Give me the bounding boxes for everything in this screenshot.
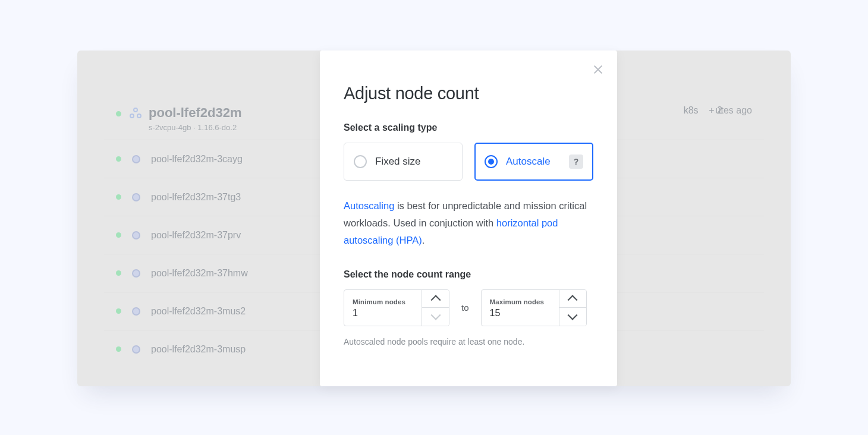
scaling-option-fixed[interactable]: Fixed size (344, 143, 463, 181)
tag-k8s: k8s (684, 105, 699, 115)
status-dot-icon (116, 156, 121, 162)
status-dot-icon (116, 308, 121, 314)
autoscale-description: Autoscaling is best for unpredictable an… (344, 197, 593, 249)
scaling-option-fixed-label: Fixed size (375, 156, 421, 168)
status-dot-icon (116, 346, 121, 352)
minimum-nodes-label: Minimum nodes (353, 298, 413, 305)
node-icon (132, 193, 140, 201)
maximum-nodes-label: Maximum nodes (490, 298, 551, 305)
chevron-down-icon (430, 310, 441, 320)
node-icon (132, 345, 140, 354)
node-pool-icon (130, 108, 141, 119)
maximum-nodes-decrement[interactable] (559, 307, 586, 326)
minimum-nodes-decrement[interactable] (422, 307, 449, 326)
close-icon[interactable] (591, 62, 605, 77)
adjust-node-count-modal: Adjust node count Select a scaling type … (320, 51, 617, 386)
range-to-text: to (461, 302, 469, 313)
node-icon (132, 155, 140, 163)
node-count-hint: Autoscaled node pools require at least o… (344, 337, 593, 346)
radio-icon (354, 155, 367, 168)
maximum-nodes-value: 15 (490, 308, 551, 319)
help-icon[interactable]: ? (569, 155, 583, 169)
minimum-nodes-value: 1 (353, 308, 413, 319)
chevron-up-icon (568, 295, 578, 305)
autoscaling-link[interactable]: Autoscaling (344, 200, 394, 211)
status-dot-icon (116, 111, 121, 116)
status-dot-icon (116, 194, 121, 200)
chevron-up-icon (430, 295, 441, 305)
scaling-option-autoscale-label: Autoscale (506, 156, 551, 168)
minimum-nodes-stepper[interactable]: Minimum nodes 1 (344, 289, 449, 326)
maximum-nodes-stepper[interactable]: Maximum nodes 15 (481, 289, 587, 326)
scaling-option-autoscale[interactable]: Autoscale ? (474, 143, 593, 181)
desc-text-2: . (422, 235, 425, 245)
status-dot-icon (116, 270, 121, 276)
scaling-type-label: Select a scaling type (344, 122, 593, 133)
node-icon (132, 269, 140, 278)
node-icon (132, 231, 140, 239)
status-dot-icon (116, 232, 121, 238)
node-icon (132, 307, 140, 316)
modal-title: Adjust node count (344, 84, 593, 103)
pool-header-tags: k8s + 2 (684, 105, 722, 116)
tag-extra: + 2 (709, 105, 722, 115)
node-count-range-label: Select the node count range (344, 269, 593, 280)
radio-icon (485, 155, 498, 168)
minimum-nodes-increment[interactable] (422, 290, 449, 308)
chevron-down-icon (568, 310, 578, 320)
maximum-nodes-increment[interactable] (559, 290, 586, 308)
